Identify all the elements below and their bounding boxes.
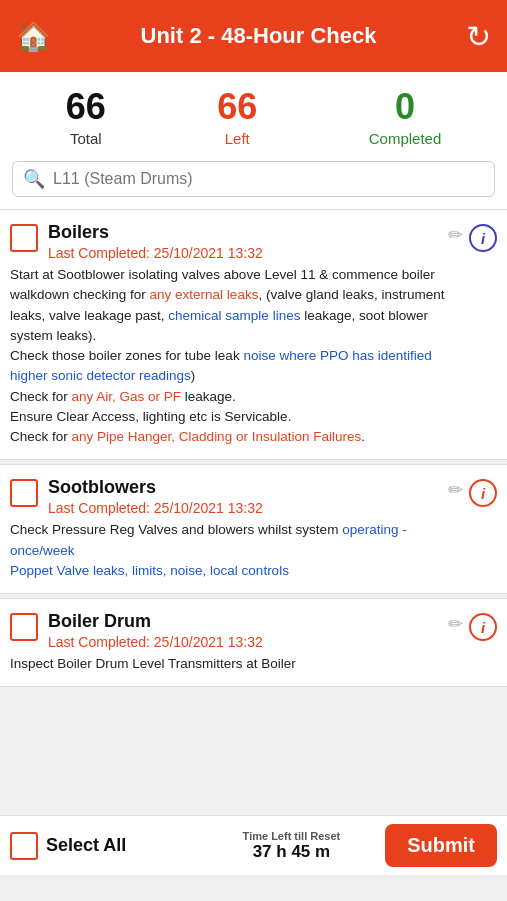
item-checkbox-boilers[interactable] [10, 224, 38, 252]
item-title-block: Sootblowers Last Completed: 25/10/2021 1… [48, 477, 497, 516]
item-checkbox-sootblowers[interactable] [10, 479, 38, 507]
item-checkbox-boiler-drum[interactable] [10, 613, 38, 641]
bottom-bar: Select All Time Left till Reset 37 h 45 … [0, 815, 507, 875]
item-title-sootblowers: Sootblowers [48, 477, 497, 498]
total-value: 66 [66, 86, 106, 128]
edit-icon-boilers[interactable]: ✏ [448, 224, 463, 246]
search-input-wrap: 🔍 [12, 161, 495, 197]
left-label: Left [225, 130, 250, 147]
select-all-label: Select All [46, 835, 126, 856]
left-value: 66 [217, 86, 257, 128]
info-icon-boilers[interactable]: i [469, 224, 497, 252]
item-description-boilers: Start at Sootblower isolating valves abo… [10, 265, 497, 447]
search-icon: 🔍 [23, 168, 45, 190]
item-date-sootblowers: Last Completed: 25/10/2021 13:32 [48, 500, 497, 516]
total-label: Total [70, 130, 102, 147]
item-title-boiler-drum: Boiler Drum [48, 611, 497, 632]
left-stat: 66 Left [217, 86, 257, 147]
item-title-boilers: Boilers [48, 222, 497, 243]
item-title-block: Boiler Drum Last Completed: 25/10/2021 1… [48, 611, 497, 650]
select-all-wrap: Select All [10, 832, 198, 860]
home-icon[interactable]: 🏠 [16, 20, 51, 53]
info-icon-boiler-drum[interactable]: i [469, 613, 497, 641]
edit-icon-boiler-drum[interactable]: ✏ [448, 613, 463, 635]
completed-label: Completed [369, 130, 442, 147]
time-left-title: Time Left till Reset [198, 830, 386, 842]
item-date-boiler-drum: Last Completed: 25/10/2021 13:32 [48, 634, 497, 650]
item-header: Boiler Drum Last Completed: 25/10/2021 1… [10, 611, 497, 650]
header: 🏠 Unit 2 - 48-Hour Check ↻ [0, 0, 507, 72]
completed-stat: 0 Completed [369, 86, 442, 147]
list-area: Boilers Last Completed: 25/10/2021 13:32… [0, 209, 507, 815]
total-stat: 66 Total [66, 86, 106, 147]
item-title-block: Boilers Last Completed: 25/10/2021 13:32 [48, 222, 497, 261]
item-header: Boilers Last Completed: 25/10/2021 13:32 [10, 222, 497, 261]
item-description-sootblowers: Check Pressure Reg Valves and blowers wh… [10, 520, 497, 581]
list-item: Sootblowers Last Completed: 25/10/2021 1… [0, 464, 507, 594]
list-item: Boiler Drum Last Completed: 25/10/2021 1… [0, 598, 507, 687]
refresh-icon[interactable]: ↻ [466, 19, 491, 54]
time-left-block: Time Left till Reset 37 h 45 m [198, 830, 386, 862]
completed-value: 0 [395, 86, 415, 128]
header-title: Unit 2 - 48-Hour Check [141, 23, 377, 49]
item-description-boiler-drum: Inspect Boiler Drum Level Transmitters a… [10, 654, 497, 674]
submit-button[interactable]: Submit [385, 824, 497, 867]
search-input[interactable] [53, 170, 484, 188]
time-left-value: 37 h 45 m [198, 842, 386, 862]
search-bar: 🔍 [0, 153, 507, 209]
select-all-checkbox[interactable] [10, 832, 38, 860]
edit-icon-sootblowers[interactable]: ✏ [448, 479, 463, 501]
stats-row: 66 Total 66 Left 0 Completed [0, 72, 507, 153]
item-header: Sootblowers Last Completed: 25/10/2021 1… [10, 477, 497, 516]
list-item: Boilers Last Completed: 25/10/2021 13:32… [0, 209, 507, 460]
item-date-boilers: Last Completed: 25/10/2021 13:32 [48, 245, 497, 261]
